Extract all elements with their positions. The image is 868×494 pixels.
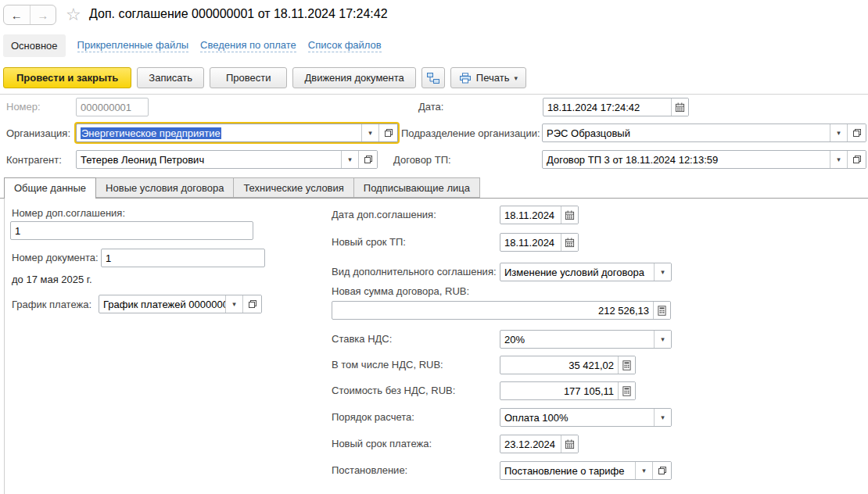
calc-order-value[interactable]: Оплата 100% [500,409,654,426]
number-label: Номер: [6,101,41,113]
agreement-kind-field[interactable]: Изменение условий договора ▾ [500,263,672,281]
tab-strip: Общие данные Новые условия договора Техн… [0,177,868,199]
agreement-number-input[interactable]: 1 [10,221,253,240]
tab-new-contract-terms[interactable]: Новые условия договора [95,177,234,198]
agreement-kind-value[interactable]: Изменение условий договора [500,263,654,281]
post-and-close-button[interactable]: Провести и закрыть [3,67,131,88]
contract-dropdown-button[interactable]: ▾ [830,151,847,168]
amount-no-vat-value[interactable]: 177 105,11 [500,382,618,399]
contract-open-button[interactable] [847,151,866,168]
payment-schedule-value[interactable]: График платежей 0000000 [99,295,225,313]
vat-amount-calculator-button[interactable] [618,356,635,374]
chevron-down-icon: ▾ [348,156,352,163]
agreement-date-field[interactable]: 18.11.2024 [500,206,579,224]
vat-rate-label: Ставка НДС: [332,333,392,345]
vat-rate-dropdown-button[interactable]: ▾ [654,331,671,348]
vat-amount-value[interactable]: 35 421,02 [500,356,618,374]
department-open-button[interactable] [847,124,866,141]
calculator-icon [657,306,667,316]
new-tp-term-field[interactable]: 18.11.2024 [500,233,579,252]
resolution-field[interactable]: Постановление о тарифе ▾ [500,461,672,480]
nav-link-file-list[interactable]: Список файлов [308,39,382,52]
valid-until-text: до 17 мая 2025 г. [12,274,92,285]
department-value[interactable]: РЭС Образцовый [543,124,830,141]
organization-value[interactable]: Энергетическое предприятие [77,124,361,141]
contract-value[interactable]: Договор ТП 3 от 18.11.2024 12:13:59 [543,151,830,168]
history-nav-group: ← → [3,5,56,25]
new-amount-field[interactable]: 212 526,13 [332,301,671,320]
organization-field[interactable]: Энергетическое предприятие ▾ [76,123,398,142]
calc-order-field[interactable]: Оплата 100% ▾ [500,408,672,427]
related-documents-button[interactable] [421,67,445,88]
document-number-input[interactable]: 1 [101,249,265,267]
new-amount-calculator-button[interactable] [653,302,670,319]
resolution-open-button[interactable] [652,462,671,479]
general-data-panel: Номер доп.соглашения: 1 Номер документа:… [4,199,868,494]
nav-link-payment-info[interactable]: Сведения по оплате [200,39,296,52]
date-field[interactable]: 18.11.2024 17:24:42 [543,98,689,116]
payment-schedule-dropdown-button[interactable]: ▾ [225,295,242,313]
organization-dropdown-button[interactable]: ▾ [361,124,378,141]
forward-button[interactable]: → [30,5,56,24]
resolution-value[interactable]: Постановление о тарифе [500,462,635,479]
new-payment-term-label: Новый срок платежа: [332,438,432,449]
back-arrow-icon: ← [11,9,23,22]
command-bar: Провести и закрыть Записать Провести Дви… [0,63,868,95]
print-button-label: Печать [476,72,510,84]
new-payment-term-calendar-button[interactable] [561,435,578,453]
vat-amount-field[interactable]: 35 421,02 [500,356,636,374]
favorite-star-icon[interactable]: ☆ [66,5,81,25]
payment-schedule-label: График платежа: [12,299,91,310]
vat-rate-field[interactable]: 20% ▾ [500,330,672,349]
nav-tab-main[interactable]: Основное [3,34,66,57]
amount-no-vat-label: Стоимость без НДС, RUB: [332,385,455,396]
tab-technical-terms[interactable]: Технические условия [233,177,353,198]
counterparty-value[interactable]: Тетерев Леонид Петрович [77,151,341,168]
number-input[interactable]: 000000001 [76,98,149,116]
date-label: Дата: [418,101,443,113]
payment-schedule-open-button[interactable] [242,295,261,313]
agreement-kind-label: Вид дополнительного соглашения: [332,266,497,277]
print-button[interactable]: Печать ▾ [450,67,526,88]
department-field[interactable]: РЭС Образцовый ▾ [542,123,866,142]
back-button[interactable]: ← [4,5,30,24]
new-payment-term-value[interactable]: 23.12.2024 [500,435,561,453]
new-amount-value[interactable]: 212 526,13 [332,302,653,319]
agreement-date-value[interactable]: 18.11.2024 [500,206,561,224]
nav-link-attached-files[interactable]: Прикрепленные файлы [77,39,189,52]
new-tp-term-label: Новый срок ТП: [332,236,406,248]
agreement-date-label: Дата доп.соглашения: [332,209,436,220]
date-calendar-button[interactable] [671,98,688,116]
department-dropdown-button[interactable]: ▾ [830,124,847,141]
section-links-bar: Основное Прикрепленные файлы Сведения по… [0,33,382,58]
tab-general-data[interactable]: Общие данные [4,177,96,199]
chevron-down-icon: ▾ [368,130,372,137]
amount-no-vat-field[interactable]: 177 105,11 [500,381,636,400]
vat-rate-value[interactable]: 20% [500,331,654,348]
tab-signatories[interactable]: Подписывающие лица [353,177,480,198]
post-button[interactable]: Провести [210,67,288,88]
agreement-kind-dropdown-button[interactable]: ▾ [654,263,671,281]
counterparty-open-button[interactable] [358,151,377,168]
document-movements-button[interactable]: Движения документа [292,67,415,88]
new-tp-term-calendar-button[interactable] [561,234,578,251]
contract-field[interactable]: Договор ТП 3 от 18.11.2024 12:13:59 ▾ [542,150,866,169]
organization-open-button[interactable] [378,124,397,141]
resolution-dropdown-button[interactable]: ▾ [635,462,652,479]
counterparty-dropdown-button[interactable]: ▾ [341,151,358,168]
new-payment-term-field[interactable]: 23.12.2024 [500,435,579,453]
date-value[interactable]: 18.11.2024 17:24:42 [543,98,671,116]
counterparty-label: Контрагент: [6,154,62,166]
calculator-icon [622,360,632,370]
agreement-date-calendar-button[interactable] [561,206,578,224]
calc-order-dropdown-button[interactable]: ▾ [654,409,671,426]
save-button[interactable]: Записать [137,67,204,88]
payment-schedule-field[interactable]: График платежей 0000000 ▾ [99,295,262,313]
structure-icon [426,72,440,84]
counterparty-field[interactable]: Тетерев Леонид Петрович ▾ [76,150,378,169]
calendar-icon [565,439,575,449]
organization-selected-text: Энергетическое предприятие [81,127,221,139]
amount-no-vat-calculator-button[interactable] [618,382,635,399]
calendar-icon [675,102,685,113]
new-tp-term-value[interactable]: 18.11.2024 [500,234,561,251]
